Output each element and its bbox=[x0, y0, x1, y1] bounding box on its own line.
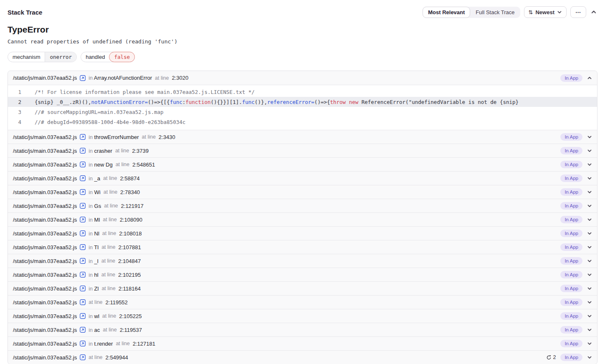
stack-trace-list: /static/js/main.037eaa52.js in Array.not… bbox=[8, 71, 597, 364]
sort-arrows-icon: ⇅ bbox=[529, 9, 533, 15]
frame-at-line-label: at line bbox=[103, 175, 117, 181]
chevron-down-icon[interactable] bbox=[587, 327, 592, 332]
error-type-title: TypeError bbox=[8, 25, 597, 35]
open-source-external-link-icon[interactable] bbox=[80, 341, 86, 346]
open-source-external-link-icon[interactable] bbox=[80, 244, 86, 250]
stack-frame-row[interactable]: /static/js/main.037eaa52.js at line 2:54… bbox=[8, 350, 597, 364]
code-token-plain: ()=>{ bbox=[314, 99, 330, 105]
open-source-external-link-icon[interactable] bbox=[80, 313, 86, 319]
code-content: {snip} _0__.zR)(),notAFunctionError=()=>… bbox=[35, 99, 519, 105]
toggle-most-relevant[interactable]: Most Relevant bbox=[423, 7, 470, 18]
repeats-count: 2 bbox=[553, 354, 556, 360]
toggle-full-stack-trace[interactable]: Full Stack Trace bbox=[470, 7, 520, 18]
open-source-external-link-icon[interactable] bbox=[80, 230, 86, 236]
stack-frame-row[interactable]: /static/js/main.037eaa52.js in crasher a… bbox=[8, 144, 597, 157]
frame-in-label: in bbox=[89, 286, 93, 292]
frame-line: 2:102195 bbox=[118, 272, 141, 278]
in-app-badge: In App bbox=[560, 161, 582, 168]
code-token-comment: /*! For license information please see m… bbox=[35, 89, 255, 95]
open-source-external-link-icon[interactable] bbox=[80, 75, 86, 81]
frame-summary: /static/js/main.037eaa52.js in _l at lin… bbox=[13, 258, 560, 264]
chevron-down-icon[interactable] bbox=[587, 245, 592, 250]
code-content: //# debugId=09389588-100d-4b4e-98d0-e263… bbox=[35, 119, 185, 125]
open-source-external-link-icon[interactable] bbox=[80, 189, 86, 195]
chevron-down-icon[interactable] bbox=[587, 313, 592, 318]
in-app-badge: In App bbox=[560, 133, 582, 141]
stack-frame-row[interactable]: /static/js/main.037eaa52.js in Tl at lin… bbox=[8, 240, 597, 254]
stack-frame-row[interactable]: /static/js/main.037eaa52.js in Zl at lin… bbox=[8, 281, 597, 295]
chevron-down-icon[interactable] bbox=[587, 134, 592, 139]
frame-function: Array.notAFunctionError bbox=[94, 75, 152, 81]
stack-frame-row[interactable]: /static/js/main.037eaa52.js in new Dg at… bbox=[8, 157, 597, 171]
open-source-external-link-icon[interactable] bbox=[80, 272, 86, 278]
frame-function: wl bbox=[94, 313, 99, 319]
in-app-badge: In App bbox=[560, 174, 582, 182]
open-source-external-link-icon[interactable] bbox=[80, 354, 86, 360]
more-options-button[interactable]: ⋯ bbox=[570, 6, 586, 18]
tag-key: mechanism bbox=[8, 52, 45, 62]
frame-function: _l bbox=[94, 258, 99, 264]
frame-summary: /static/js/main.037eaa52.js at line 2:54… bbox=[13, 354, 546, 361]
chevron-down-icon[interactable] bbox=[587, 300, 592, 305]
chevron-down-icon[interactable] bbox=[587, 231, 592, 236]
chevron-down-icon[interactable] bbox=[587, 341, 592, 346]
open-source-external-link-icon[interactable] bbox=[80, 327, 86, 333]
chevron-down-icon[interactable] bbox=[587, 190, 592, 195]
open-source-external-link-icon[interactable] bbox=[80, 299, 86, 305]
stack-frame-row[interactable]: /static/js/main.037eaa52.js in _a at lin… bbox=[8, 171, 597, 185]
open-source-external-link-icon[interactable] bbox=[80, 203, 86, 209]
in-app-badge: In App bbox=[560, 74, 582, 82]
stack-frame-row[interactable]: /static/js/main.037eaa52.js at line 2:11… bbox=[8, 295, 597, 309]
frame-meta: In App bbox=[560, 285, 592, 292]
code-token-plain: ()=>{[{ bbox=[148, 99, 170, 105]
collapse-section-button[interactable] bbox=[590, 9, 597, 15]
open-source-external-link-icon[interactable] bbox=[80, 217, 86, 222]
stack-frame-row[interactable]: /static/js/main.037eaa52.js in ac at lin… bbox=[8, 323, 597, 336]
frame-line: 2:78340 bbox=[120, 189, 140, 195]
frame-at-line-label: at line bbox=[89, 299, 102, 305]
frame-function-wrap: in _a bbox=[89, 175, 100, 182]
stack-frame-row[interactable]: /static/js/main.037eaa52.js in Array.not… bbox=[8, 71, 597, 85]
chevron-down-icon[interactable] bbox=[587, 217, 592, 222]
frame-function: Tl bbox=[94, 244, 99, 250]
chevron-down-icon[interactable] bbox=[587, 162, 592, 167]
stack-frame-row[interactable]: /static/js/main.037eaa52.js in t.render … bbox=[8, 336, 597, 350]
chevron-down-icon[interactable] bbox=[587, 148, 592, 153]
stack-frame-row[interactable]: /static/js/main.037eaa52.js in throwErro… bbox=[8, 130, 597, 144]
chevron-down-icon[interactable] bbox=[587, 258, 592, 263]
frame-meta: In App bbox=[560, 298, 592, 306]
chevron-down-icon[interactable] bbox=[587, 355, 592, 360]
tag-handled[interactable]: handled false bbox=[81, 52, 135, 62]
chevron-down-icon[interactable] bbox=[587, 286, 592, 291]
stack-frame-row[interactable]: /static/js/main.037eaa52.js in Ml at lin… bbox=[8, 212, 597, 226]
code-token-comment: //# debugId=09389588-100d-4b4e-98d0-e263… bbox=[35, 119, 185, 125]
line-number: 3 bbox=[8, 109, 35, 115]
frame-meta: In App bbox=[560, 161, 592, 168]
frame-function-wrap: in hl bbox=[89, 272, 98, 278]
open-source-external-link-icon[interactable] bbox=[80, 162, 86, 167]
in-app-badge: In App bbox=[560, 285, 582, 292]
chevron-down-icon[interactable] bbox=[587, 272, 592, 277]
frame-file: /static/js/main.037eaa52.js bbox=[13, 354, 77, 361]
stack-frame-row[interactable]: /static/js/main.037eaa52.js in hl at lin… bbox=[8, 268, 597, 281]
open-source-external-link-icon[interactable] bbox=[80, 286, 86, 291]
frame-line: 2:127181 bbox=[133, 341, 155, 347]
stack-frame-row[interactable]: /static/js/main.037eaa52.js in Nl at lin… bbox=[8, 226, 597, 240]
open-source-external-link-icon[interactable] bbox=[80, 134, 86, 140]
stack-frame-row[interactable]: /static/js/main.037eaa52.js in _l at lin… bbox=[8, 254, 597, 268]
frame-function-wrap: in Gs bbox=[89, 203, 101, 209]
chevron-down-icon[interactable] bbox=[587, 203, 592, 208]
chevron-up-icon[interactable] bbox=[587, 76, 592, 81]
open-source-external-link-icon[interactable] bbox=[80, 148, 86, 154]
tag-mechanism[interactable]: mechanism onerror bbox=[8, 52, 77, 62]
open-source-external-link-icon[interactable] bbox=[80, 258, 86, 264]
stack-frame-row[interactable]: /static/js/main.037eaa52.js in Wi at lin… bbox=[8, 185, 597, 199]
chevron-down-icon[interactable] bbox=[587, 176, 592, 181]
stack-frame-row[interactable]: /static/js/main.037eaa52.js in Gs at lin… bbox=[8, 199, 597, 212]
open-source-external-link-icon[interactable] bbox=[80, 175, 86, 181]
frame-file: /static/js/main.037eaa52.js bbox=[13, 258, 77, 264]
frame-function-wrap: in Wi bbox=[89, 189, 101, 195]
sort-button[interactable]: ⇅ Newest bbox=[524, 6, 567, 18]
stack-frame-row[interactable]: /static/js/main.037eaa52.js in wl at lin… bbox=[8, 309, 597, 323]
frame-in-label: in bbox=[89, 245, 93, 250]
